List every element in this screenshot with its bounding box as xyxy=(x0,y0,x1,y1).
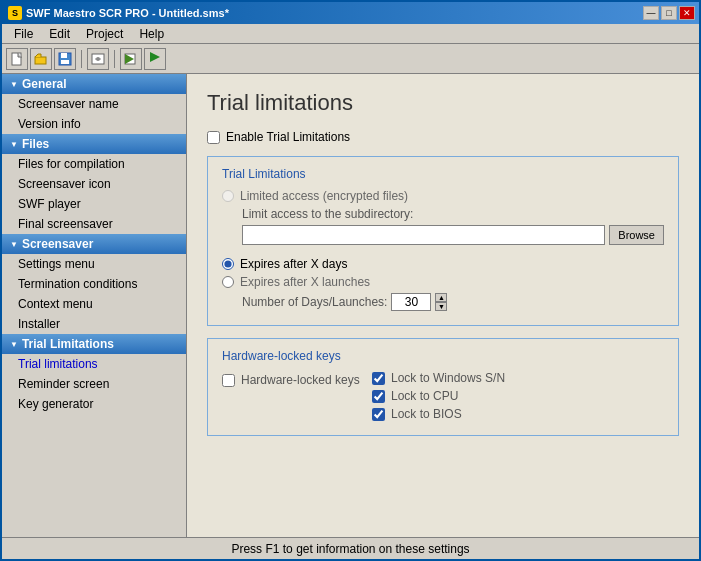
main-area: ▼ General Screensaver name Version info … xyxy=(2,74,699,537)
sidebar-item-context-menu[interactable]: Context menu xyxy=(2,294,186,314)
radio-expires-days-label: Expires after X days xyxy=(240,257,347,271)
trial-limitations-title: Trial Limitations xyxy=(222,167,664,181)
sidebar-item-screensaver-name[interactable]: Screensaver name xyxy=(2,94,186,114)
sidebar-item-settings-menu[interactable]: Settings menu xyxy=(2,254,186,274)
hw-cpu-row: Lock to CPU xyxy=(372,389,505,403)
lock-bios-checkbox[interactable] xyxy=(372,408,385,421)
menu-project[interactable]: Project xyxy=(78,25,131,43)
enable-trial-label: Enable Trial Limitations xyxy=(226,130,350,144)
subdir-input-row: Browse xyxy=(242,225,664,245)
window-frame: S SWF Maestro SCR PRO - Untitled.sms* — … xyxy=(0,0,701,561)
sidebar-item-trial-limitations[interactable]: Trial limitations xyxy=(2,354,186,374)
toolbar-separator-1 xyxy=(81,50,82,68)
trial-label: Trial Limitations xyxy=(22,337,114,351)
title-bar: S SWF Maestro SCR PRO - Untitled.sms* — … xyxy=(2,2,699,24)
hw-row: Hardware-locked keys Lock to Windows S/N… xyxy=(222,371,664,421)
hw-keys-label: Hardware-locked keys xyxy=(241,373,360,387)
hardware-locked-title: Hardware-locked keys xyxy=(222,349,664,363)
trial-arrow: ▼ xyxy=(10,340,18,349)
page-title: Trial limitations xyxy=(207,90,679,116)
toolbar xyxy=(2,44,699,74)
spinner-up[interactable]: ▲ xyxy=(435,293,447,302)
run-button[interactable] xyxy=(144,48,166,70)
lock-bios-label: Lock to BIOS xyxy=(391,407,462,421)
lock-windows-sn-label: Lock to Windows S/N xyxy=(391,371,505,385)
preview-button[interactable] xyxy=(87,48,109,70)
radio-limited-access[interactable] xyxy=(222,190,234,202)
title-controls: — □ ✕ xyxy=(643,6,695,20)
sidebar-item-swf-player[interactable]: SWF player xyxy=(2,194,186,214)
menu-help[interactable]: Help xyxy=(131,25,172,43)
screensaver-label: Screensaver xyxy=(22,237,93,251)
files-label: Files xyxy=(22,137,49,151)
sidebar-section-general[interactable]: ▼ General xyxy=(2,74,186,94)
browse-button[interactable]: Browse xyxy=(609,225,664,245)
hw-right: Lock to Windows S/N Lock to CPU Lock to … xyxy=(372,371,505,421)
sidebar-section-trial[interactable]: ▼ Trial Limitations xyxy=(2,334,186,354)
hw-keys-checkbox[interactable] xyxy=(222,374,235,387)
lock-windows-sn-checkbox[interactable] xyxy=(372,372,385,385)
svg-rect-3 xyxy=(61,53,67,58)
subdirectory-input[interactable] xyxy=(242,225,605,245)
spinner-buttons: ▲ ▼ xyxy=(435,293,447,311)
save-button[interactable] xyxy=(54,48,76,70)
days-label: Number of Days/Launches: xyxy=(242,295,387,309)
minimize-button[interactable]: — xyxy=(643,6,659,20)
hardware-locked-box: Hardware-locked keys Hardware-locked key… xyxy=(207,338,679,436)
hw-left: Hardware-locked keys xyxy=(222,373,362,387)
files-arrow: ▼ xyxy=(10,140,18,149)
sidebar-item-final-screensaver[interactable]: Final screensaver xyxy=(2,214,186,234)
svg-rect-4 xyxy=(61,60,69,64)
svg-rect-1 xyxy=(35,57,46,64)
radio-limited-access-row: Limited access (encrypted files) xyxy=(222,189,664,203)
sidebar-item-key-generator[interactable]: Key generator xyxy=(2,394,186,414)
status-text: Press F1 to get information on these set… xyxy=(231,542,469,556)
build-button[interactable] xyxy=(120,48,142,70)
status-bar: Press F1 to get information on these set… xyxy=(2,537,699,559)
trial-limitations-box: Trial Limitations Limited access (encryp… xyxy=(207,156,679,326)
app-icon: S xyxy=(8,6,22,20)
days-input-wrap: Number of Days/Launches: ▲ ▼ xyxy=(242,293,664,311)
lock-cpu-checkbox[interactable] xyxy=(372,390,385,403)
window-title: SWF Maestro SCR PRO - Untitled.sms* xyxy=(26,7,229,19)
sidebar-item-files-compilation[interactable]: Files for compilation xyxy=(2,154,186,174)
subdirectory-label: Limit access to the subdirectory: xyxy=(242,207,664,221)
menu-bar: File Edit Project Help xyxy=(2,24,699,44)
sidebar-item-termination[interactable]: Termination conditions xyxy=(2,274,186,294)
spinner-down[interactable]: ▼ xyxy=(435,302,447,311)
general-label: General xyxy=(22,77,67,91)
radio-limited-access-label: Limited access (encrypted files) xyxy=(240,189,408,203)
hw-bios-row: Lock to BIOS xyxy=(372,407,505,421)
radio-expires-days-row: Expires after X days xyxy=(222,257,664,271)
lock-cpu-label: Lock to CPU xyxy=(391,389,458,403)
close-button[interactable]: ✕ xyxy=(679,6,695,20)
radio-expires-launches-label: Expires after X launches xyxy=(240,275,370,289)
radio-expires-launches-row: Expires after X launches xyxy=(222,275,664,289)
days-input[interactable] xyxy=(391,293,431,311)
new-button[interactable] xyxy=(6,48,28,70)
content-panel: Trial limitations Enable Trial Limitatio… xyxy=(187,74,699,537)
sidebar-item-version-info[interactable]: Version info xyxy=(2,114,186,134)
toolbar-separator-2 xyxy=(114,50,115,68)
sidebar-section-files[interactable]: ▼ Files xyxy=(2,134,186,154)
menu-edit[interactable]: Edit xyxy=(41,25,78,43)
svg-marker-10 xyxy=(150,52,160,62)
radio-expires-days[interactable] xyxy=(222,258,234,270)
sidebar: ▼ General Screensaver name Version info … xyxy=(2,74,187,537)
menu-file[interactable]: File xyxy=(6,25,41,43)
sidebar-section-screensaver[interactable]: ▼ Screensaver xyxy=(2,234,186,254)
sidebar-item-installer[interactable]: Installer xyxy=(2,314,186,334)
radio-expires-launches[interactable] xyxy=(222,276,234,288)
sidebar-item-reminder-screen[interactable]: Reminder screen xyxy=(2,374,186,394)
enable-row: Enable Trial Limitations xyxy=(207,130,679,144)
title-bar-left: S SWF Maestro SCR PRO - Untitled.sms* xyxy=(8,6,229,20)
enable-trial-checkbox[interactable] xyxy=(207,131,220,144)
screensaver-arrow: ▼ xyxy=(10,240,18,249)
hw-windows-sn-row: Lock to Windows S/N xyxy=(372,371,505,385)
maximize-button[interactable]: □ xyxy=(661,6,677,20)
open-button[interactable] xyxy=(30,48,52,70)
sidebar-item-screensaver-icon[interactable]: Screensaver icon xyxy=(2,174,186,194)
general-arrow: ▼ xyxy=(10,80,18,89)
